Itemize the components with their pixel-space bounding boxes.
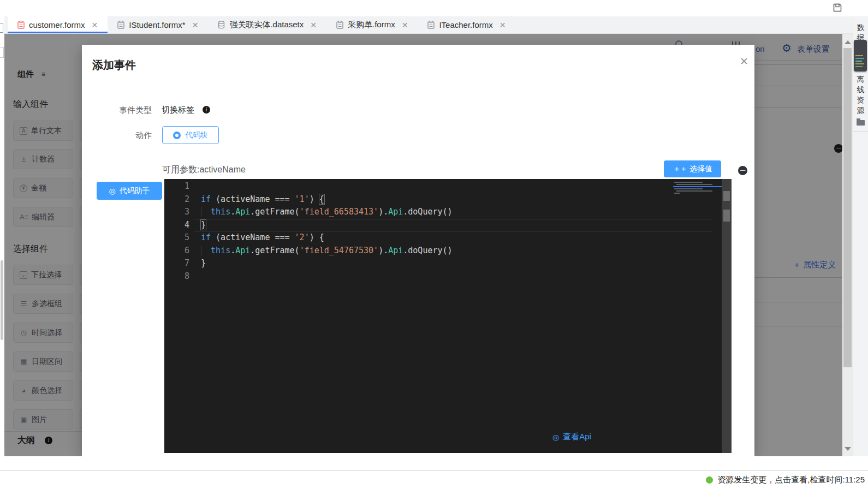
- code-line[interactable]: 6 this.Api.getFrame('field_54767530').Ap…: [164, 244, 722, 258]
- code-line[interactable]: 2if (activeName === '1') {: [164, 193, 722, 206]
- code-line[interactable]: 4}: [164, 219, 722, 232]
- assistant-icon: ◎: [109, 187, 115, 195]
- available-params-label: 可用参数:activeName: [162, 164, 246, 176]
- form-file-icon: [427, 21, 435, 29]
- save-icon[interactable]: [832, 2, 843, 13]
- code-assistant-label: 代码助手: [120, 186, 150, 196]
- remove-action-button[interactable]: ─: [738, 166, 747, 175]
- left-edge-strip: [0, 16, 4, 489]
- line-number: 7: [164, 257, 189, 270]
- event-type-value: 切换标签: [162, 105, 194, 115]
- file-tab[interactable]: 强关联实体.datasetx✕: [208, 16, 326, 33]
- file-tab-label: 采购单.formx: [348, 20, 395, 30]
- floating-code-preview: [854, 40, 867, 71]
- code-text: this.Api.getFrame('field_54767530').Api.…: [189, 244, 453, 258]
- code-editor[interactable]: 12if (activeName === '1') {3 this.Api.ge…: [164, 179, 732, 453]
- file-tab-bar: customer.formx✕IStudent.formx*✕强关联实体.dat…: [0, 16, 868, 34]
- line-number: 1: [164, 180, 189, 193]
- info-icon: i: [203, 106, 210, 114]
- action-label: 动作: [82, 130, 152, 141]
- code-line[interactable]: 1: [164, 180, 722, 193]
- code-text: }: [189, 219, 206, 232]
- page-scrollbar[interactable]: [842, 34, 853, 456]
- sidebar-scrollbar-thumb[interactable]: [1, 260, 3, 340]
- view-api-label: 查看Api: [563, 432, 591, 442]
- code-text: if (activeName === '2') {: [189, 231, 324, 244]
- file-tab-label: IStudent.formx*: [129, 20, 185, 29]
- code-text: this.Api.getFrame('field_66583413').Api.…: [189, 206, 453, 219]
- code-text: [189, 270, 201, 283]
- code-line[interactable]: 5if (activeName === '2') {: [164, 231, 722, 244]
- page-scrollbar-thumb[interactable]: [843, 48, 852, 367]
- file-tab[interactable]: 采购单.formx✕: [326, 16, 418, 33]
- status-indicator-dot: [706, 476, 713, 484]
- scroll-down-arrow-icon[interactable]: [845, 447, 851, 451]
- close-icon[interactable]: ✕: [500, 21, 506, 29]
- bottom-gap: [0, 456, 868, 470]
- file-tab[interactable]: customer.formx✕: [8, 16, 108, 33]
- file-tab[interactable]: ITeacher.formx✕: [418, 16, 515, 33]
- dialog-close-icon[interactable]: ✕: [737, 55, 751, 69]
- collapsed-panel-icon: [0, 23, 3, 33]
- editor-minimap[interactable]: [673, 180, 722, 213]
- right-resource-rail: 数据源离线资源: [853, 17, 868, 470]
- editor-scrollbar[interactable]: [722, 179, 732, 453]
- radio-selected-icon: [173, 132, 181, 139]
- close-icon[interactable]: ✕: [402, 21, 408, 29]
- form-file-icon: [17, 21, 25, 29]
- rail-section[interactable]: 离线资源: [853, 69, 868, 132]
- minimap-active-line: [673, 186, 722, 187]
- line-number: 3: [164, 206, 189, 219]
- scroll-up-arrow-icon[interactable]: [845, 40, 851, 44]
- line-number: 8: [164, 270, 189, 283]
- file-tab-label: 强关联实体.datasetx: [229, 20, 304, 30]
- file-tab-label: customer.formx: [29, 20, 85, 29]
- form-file-icon: [336, 21, 343, 29]
- file-tab[interactable]: IStudent.formx*✕: [108, 16, 208, 33]
- folder-icon: [857, 120, 865, 126]
- code-text: }: [189, 257, 206, 270]
- dialog-title: 添加事件: [92, 58, 136, 73]
- code-text: [189, 180, 201, 193]
- event-type-label: 事件类型: [82, 105, 152, 116]
- code-block-option-label: 代码块: [185, 130, 208, 140]
- eye-icon: ◎: [552, 433, 559, 441]
- rail-section-label: 离线资源: [857, 74, 865, 116]
- close-icon[interactable]: ✕: [310, 21, 317, 29]
- code-line[interactable]: 8: [164, 270, 722, 283]
- code-line[interactable]: 7}: [164, 257, 722, 270]
- close-icon[interactable]: ✕: [92, 21, 98, 29]
- code-block-option[interactable]: 代码块: [162, 126, 219, 144]
- line-number: 6: [164, 244, 189, 258]
- file-tab-label: ITeacher.formx: [439, 20, 492, 29]
- form-file-icon: [117, 21, 124, 29]
- code-assistant-button[interactable]: ◎ 代码助手: [97, 182, 162, 200]
- dataset-file-icon: [218, 21, 225, 29]
- view-api-link[interactable]: ◎ 查看Api: [552, 432, 591, 442]
- select-value-button[interactable]: ＋ ＋ 选择值: [664, 160, 721, 177]
- window-top-bar: [0, 0, 868, 16]
- code-line[interactable]: 3 this.Api.getFrame('field_66583413').Ap…: [164, 206, 722, 219]
- status-message[interactable]: 资源发生变更，点击查看,检查时间:11:25: [717, 475, 865, 485]
- close-icon[interactable]: ✕: [192, 21, 199, 29]
- line-number: 4: [164, 219, 189, 232]
- dialog-scrollbar-thumb[interactable]: [723, 210, 730, 222]
- status-bar: 资源发生变更，点击查看,检查时间:11:25: [0, 470, 868, 489]
- select-value-label: ＋ 选择值: [680, 164, 712, 174]
- add-event-dialog: 添加事件 ✕ 事件类型 切换标签 i 动作 代码块 可用参数:activeNam…: [82, 45, 754, 456]
- editor-scrollbar-thumb[interactable]: [723, 191, 730, 201]
- collapsed-panel-fragment: [0, 47, 4, 58]
- line-number: 5: [164, 231, 189, 244]
- line-number: 2: [164, 193, 189, 206]
- code-text: if (activeName === '1') {: [189, 193, 324, 206]
